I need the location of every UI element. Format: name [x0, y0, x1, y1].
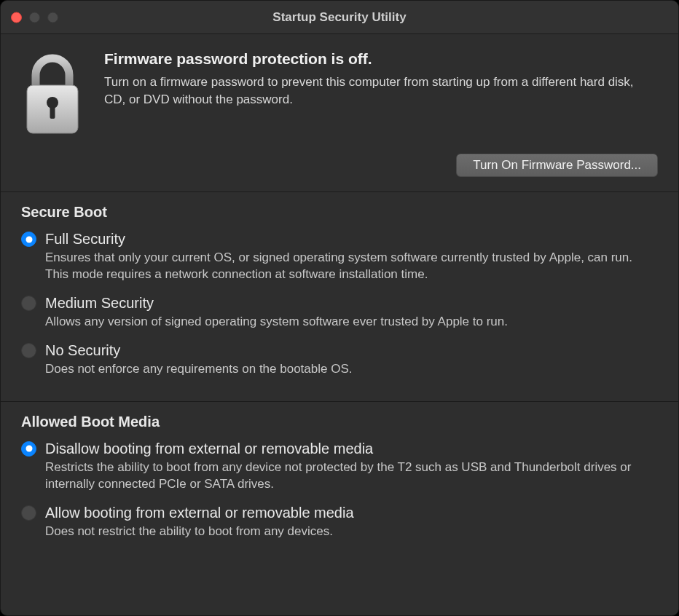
firmware-password-description: Turn on a firmware password to prevent t…: [104, 74, 658, 108]
option-description: Restricts the ability to boot from any d…: [45, 459, 658, 493]
secure-boot-title: Secure Boot: [21, 204, 658, 221]
radio-icon[interactable]: [21, 232, 36, 247]
boot-media-option-disallow[interactable]: Disallow booting from external or remova…: [21, 439, 658, 493]
firmware-password-panel: Firmware password protection is off. Tur…: [1, 34, 678, 192]
boot-media-option-allow[interactable]: Allow booting from external or removable…: [21, 503, 658, 540]
allowed-boot-media-section: Allowed Boot Media Disallow booting from…: [1, 401, 678, 564]
radio-icon[interactable]: [21, 296, 36, 311]
allowed-boot-media-title: Allowed Boot Media: [21, 414, 658, 430]
option-label: Allow booting from external or removable…: [45, 503, 658, 522]
turn-on-firmware-password-button[interactable]: Turn On Firmware Password...: [456, 154, 658, 177]
option-label: Disallow booting from external or remova…: [45, 439, 658, 458]
option-description: Allows any version of signed operating s…: [45, 314, 658, 331]
radio-icon[interactable]: [21, 343, 36, 358]
close-icon[interactable]: [11, 12, 22, 23]
window: Startup Security Utility: [0, 0, 679, 616]
firmware-password-text: Firmware password protection is off. Tur…: [104, 50, 658, 108]
window-title: Startup Security Utility: [1, 10, 678, 25]
secure-boot-option-full[interactable]: Full Security Ensures that only your cur…: [21, 229, 658, 283]
secure-boot-section: Secure Boot Full Security Ensures that o…: [1, 192, 678, 401]
traffic-lights: [11, 12, 58, 23]
svg-rect-2: [50, 106, 55, 119]
firmware-password-heading: Firmware password protection is off.: [104, 50, 658, 68]
zoom-icon: [47, 12, 58, 23]
secure-boot-option-none[interactable]: No Security Does not enforce any require…: [21, 341, 658, 378]
option-description: Ensures that only your current OS, or si…: [45, 250, 658, 283]
radio-icon[interactable]: [21, 441, 36, 457]
secure-boot-option-medium[interactable]: Medium Security Allows any version of si…: [21, 293, 658, 331]
option-description: Does not enforce any requirements on the…: [45, 361, 658, 378]
option-description: Does not restrict the ability to boot fr…: [45, 524, 658, 540]
minimize-icon: [29, 12, 40, 23]
lock-icon: [21, 50, 84, 138]
option-label: Full Security: [45, 229, 658, 248]
titlebar: Startup Security Utility: [1, 1, 678, 34]
option-label: Medium Security: [45, 293, 658, 312]
radio-icon[interactable]: [21, 505, 36, 521]
option-label: No Security: [45, 341, 658, 360]
